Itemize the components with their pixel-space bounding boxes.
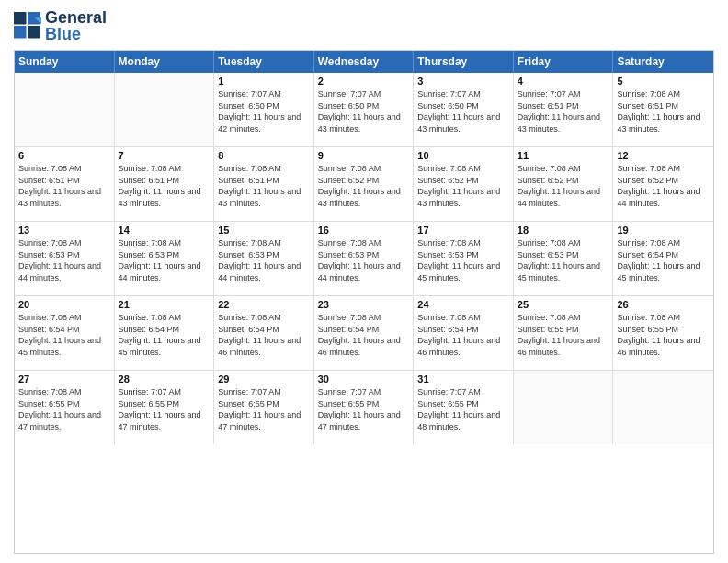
calendar-header: SundayMondayTuesdayWednesdayThursdayFrid… <box>15 51 713 73</box>
day-number: 22 <box>218 299 310 310</box>
calendar-cell: 7 Sunrise: 7:08 AM Sunset: 6:51 PM Dayli… <box>115 147 215 221</box>
cell-info: Sunrise: 7:08 AM Sunset: 6:55 PM Dayligh… <box>617 312 710 358</box>
calendar-cell: 20 Sunrise: 7:08 AM Sunset: 6:54 PM Dayl… <box>15 296 115 370</box>
logo: General Blue <box>14 9 107 42</box>
day-number: 28 <box>119 373 210 385</box>
day-number: 1 <box>218 75 310 86</box>
calendar-cell: 10 Sunrise: 7:08 AM Sunset: 6:52 PM Dayl… <box>414 147 514 221</box>
calendar-cell <box>514 371 614 444</box>
cell-info: Sunrise: 7:08 AM Sunset: 6:54 PM Dayligh… <box>218 312 310 358</box>
day-number: 13 <box>18 224 110 236</box>
cell-info: Sunrise: 7:08 AM Sunset: 6:51 PM Dayligh… <box>18 163 110 209</box>
calendar-header-cell: Tuesday <box>214 51 314 73</box>
svg-rect-2 <box>14 26 27 39</box>
cell-info: Sunrise: 7:07 AM Sunset: 6:50 PM Dayligh… <box>218 88 310 134</box>
page-header: General Blue <box>14 9 714 42</box>
calendar-cell: 9 Sunrise: 7:08 AM Sunset: 6:52 PM Dayli… <box>314 147 415 221</box>
cell-info: Sunrise: 7:08 AM Sunset: 6:53 PM Dayligh… <box>119 237 210 283</box>
day-number: 26 <box>617 299 710 310</box>
calendar: SundayMondayTuesdayWednesdayThursdayFrid… <box>14 50 714 554</box>
cell-info: Sunrise: 7:08 AM Sunset: 6:52 PM Dayligh… <box>617 163 710 209</box>
calendar-cell: 22 Sunrise: 7:08 AM Sunset: 6:54 PM Dayl… <box>214 296 314 370</box>
cell-info: Sunrise: 7:08 AM Sunset: 6:55 PM Dayligh… <box>18 386 110 432</box>
day-number: 7 <box>119 150 210 161</box>
calendar-row: 6 Sunrise: 7:08 AM Sunset: 6:51 PM Dayli… <box>15 147 713 222</box>
day-number: 12 <box>617 150 710 161</box>
cell-info: Sunrise: 7:07 AM Sunset: 6:55 PM Dayligh… <box>119 386 210 432</box>
cell-info: Sunrise: 7:08 AM Sunset: 6:54 PM Dayligh… <box>119 312 210 358</box>
calendar-header-cell: Saturday <box>613 51 713 73</box>
logo-general: General Blue <box>45 9 107 42</box>
day-number: 2 <box>318 75 410 86</box>
calendar-cell: 29 Sunrise: 7:07 AM Sunset: 6:55 PM Dayl… <box>214 371 314 444</box>
cell-info: Sunrise: 7:07 AM Sunset: 6:55 PM Dayligh… <box>417 386 509 432</box>
day-number: 23 <box>318 299 410 310</box>
cell-info: Sunrise: 7:08 AM Sunset: 6:54 PM Dayligh… <box>417 312 509 358</box>
day-number: 16 <box>318 224 410 236</box>
cell-info: Sunrise: 7:07 AM Sunset: 6:55 PM Dayligh… <box>318 386 410 432</box>
day-number: 5 <box>617 75 710 86</box>
cell-info: Sunrise: 7:08 AM Sunset: 6:53 PM Dayligh… <box>218 237 310 283</box>
cell-info: Sunrise: 7:07 AM Sunset: 6:50 PM Dayligh… <box>318 88 410 134</box>
day-number: 17 <box>417 224 509 236</box>
day-number: 18 <box>518 224 609 236</box>
calendar-cell: 4 Sunrise: 7:07 AM Sunset: 6:51 PM Dayli… <box>514 73 614 146</box>
calendar-header-cell: Monday <box>115 51 215 73</box>
calendar-cell: 28 Sunrise: 7:07 AM Sunset: 6:55 PM Dayl… <box>115 371 215 444</box>
day-number: 31 <box>417 373 509 385</box>
calendar-cell: 17 Sunrise: 7:08 AM Sunset: 6:53 PM Dayl… <box>414 222 514 295</box>
calendar-row: 1 Sunrise: 7:07 AM Sunset: 6:50 PM Dayli… <box>15 73 713 147</box>
day-number: 25 <box>518 299 609 310</box>
calendar-cell: 2 Sunrise: 7:07 AM Sunset: 6:50 PM Dayli… <box>314 73 415 146</box>
calendar-header-cell: Wednesday <box>314 51 415 73</box>
day-number: 27 <box>18 373 110 385</box>
calendar-row: 20 Sunrise: 7:08 AM Sunset: 6:54 PM Dayl… <box>15 296 713 371</box>
day-number: 10 <box>417 150 509 161</box>
cell-info: Sunrise: 7:08 AM Sunset: 6:54 PM Dayligh… <box>617 237 710 283</box>
calendar-body: 1 Sunrise: 7:07 AM Sunset: 6:50 PM Dayli… <box>15 73 713 444</box>
cell-info: Sunrise: 7:08 AM Sunset: 6:52 PM Dayligh… <box>518 163 609 209</box>
calendar-cell: 19 Sunrise: 7:08 AM Sunset: 6:54 PM Dayl… <box>613 222 713 295</box>
calendar-cell: 12 Sunrise: 7:08 AM Sunset: 6:52 PM Dayl… <box>613 147 713 221</box>
cell-info: Sunrise: 7:08 AM Sunset: 6:52 PM Dayligh… <box>318 163 410 209</box>
calendar-cell: 27 Sunrise: 7:08 AM Sunset: 6:55 PM Dayl… <box>15 371 115 444</box>
cell-info: Sunrise: 7:08 AM Sunset: 6:52 PM Dayligh… <box>417 163 509 209</box>
logo-icon <box>14 12 41 40</box>
day-number: 15 <box>218 224 310 236</box>
cell-info: Sunrise: 7:08 AM Sunset: 6:54 PM Dayligh… <box>318 312 410 358</box>
calendar-header-cell: Sunday <box>15 51 115 73</box>
calendar-cell <box>613 371 713 444</box>
calendar-row: 13 Sunrise: 7:08 AM Sunset: 6:53 PM Dayl… <box>15 222 713 296</box>
cell-info: Sunrise: 7:07 AM Sunset: 6:50 PM Dayligh… <box>417 88 509 134</box>
svg-rect-3 <box>28 26 40 39</box>
cell-info: Sunrise: 7:08 AM Sunset: 6:53 PM Dayligh… <box>18 237 110 283</box>
calendar-cell: 14 Sunrise: 7:08 AM Sunset: 6:53 PM Dayl… <box>115 222 215 295</box>
calendar-cell: 21 Sunrise: 7:08 AM Sunset: 6:54 PM Dayl… <box>115 296 215 370</box>
day-number: 4 <box>518 75 609 86</box>
day-number: 20 <box>18 299 110 310</box>
cell-info: Sunrise: 7:08 AM Sunset: 6:51 PM Dayligh… <box>119 163 210 209</box>
calendar-cell: 1 Sunrise: 7:07 AM Sunset: 6:50 PM Dayli… <box>214 73 314 146</box>
calendar-cell: 11 Sunrise: 7:08 AM Sunset: 6:52 PM Dayl… <box>514 147 614 221</box>
cell-info: Sunrise: 7:08 AM Sunset: 6:53 PM Dayligh… <box>417 237 509 283</box>
calendar-cell: 3 Sunrise: 7:07 AM Sunset: 6:50 PM Dayli… <box>414 73 514 146</box>
day-number: 19 <box>617 224 710 236</box>
calendar-cell: 15 Sunrise: 7:08 AM Sunset: 6:53 PM Dayl… <box>214 222 314 295</box>
calendar-cell: 31 Sunrise: 7:07 AM Sunset: 6:55 PM Dayl… <box>414 371 514 444</box>
calendar-header-cell: Friday <box>514 51 614 73</box>
cell-info: Sunrise: 7:08 AM Sunset: 6:53 PM Dayligh… <box>518 237 609 283</box>
calendar-header-cell: Thursday <box>414 51 514 73</box>
calendar-cell: 25 Sunrise: 7:08 AM Sunset: 6:55 PM Dayl… <box>514 296 614 370</box>
calendar-cell: 26 Sunrise: 7:08 AM Sunset: 6:55 PM Dayl… <box>613 296 713 370</box>
calendar-cell: 24 Sunrise: 7:08 AM Sunset: 6:54 PM Dayl… <box>414 296 514 370</box>
cell-info: Sunrise: 7:07 AM Sunset: 6:55 PM Dayligh… <box>218 386 310 432</box>
svg-rect-0 <box>14 12 27 25</box>
day-number: 24 <box>417 299 509 310</box>
day-number: 29 <box>218 373 310 385</box>
calendar-cell: 8 Sunrise: 7:08 AM Sunset: 6:51 PM Dayli… <box>214 147 314 221</box>
day-number: 30 <box>318 373 410 385</box>
calendar-cell: 18 Sunrise: 7:08 AM Sunset: 6:53 PM Dayl… <box>514 222 614 295</box>
cell-info: Sunrise: 7:08 AM Sunset: 6:51 PM Dayligh… <box>218 163 310 209</box>
calendar-row: 27 Sunrise: 7:08 AM Sunset: 6:55 PM Dayl… <box>15 371 713 444</box>
calendar-cell: 16 Sunrise: 7:08 AM Sunset: 6:53 PM Dayl… <box>314 222 415 295</box>
